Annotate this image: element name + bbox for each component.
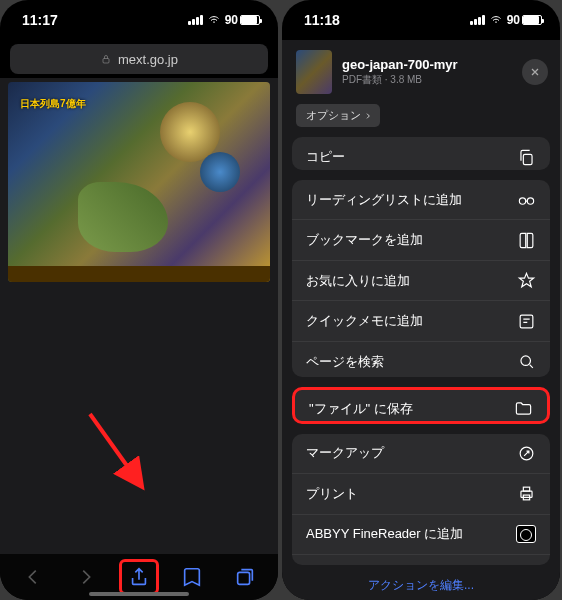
battery-percent: 90 bbox=[507, 13, 520, 27]
webpage-preview: 日本列島7億年 bbox=[8, 82, 270, 282]
action-find[interactable]: ページを検索 bbox=[292, 342, 550, 377]
battery-indicator: 90 bbox=[225, 13, 260, 27]
status-indicators: 90 bbox=[470, 13, 542, 27]
action-print[interactable]: プリント bbox=[292, 474, 550, 515]
cellular-icon bbox=[188, 15, 203, 25]
tabs-button[interactable] bbox=[225, 559, 265, 595]
forward-button[interactable] bbox=[66, 559, 106, 595]
action-favorite[interactable]: お気に入りに追加 bbox=[292, 261, 550, 302]
close-button[interactable] bbox=[522, 59, 548, 85]
svg-point-7 bbox=[521, 356, 531, 366]
action-copy[interactable]: コピー bbox=[292, 137, 550, 170]
action-abbyy[interactable]: ABBYY FineReader に追加 bbox=[292, 515, 550, 556]
back-button[interactable] bbox=[13, 559, 53, 595]
star-icon bbox=[517, 271, 536, 290]
search-icon bbox=[517, 352, 536, 371]
note-icon bbox=[517, 312, 536, 331]
action-save-to-files[interactable]: "ファイル" に保存 bbox=[295, 390, 547, 424]
folder-icon bbox=[514, 399, 533, 418]
action-markup[interactable]: マークアップ bbox=[292, 434, 550, 475]
action-label: クイックメモに追加 bbox=[306, 312, 423, 330]
left-phone-safari: 11:17 90 mext.go.jp 日本列島7億年 bbox=[0, 0, 278, 600]
right-phone-share-sheet: 11:18 90 geo-japan-700-myr PDF書類 · 3.8 M… bbox=[282, 0, 560, 600]
svg-rect-3 bbox=[523, 154, 532, 164]
markup-icon bbox=[517, 444, 536, 463]
close-icon bbox=[529, 66, 541, 78]
edit-actions-link[interactable]: アクションを編集... bbox=[282, 575, 560, 600]
document-title: geo-japan-700-myr bbox=[342, 57, 512, 72]
page-banner-text: 日本列島7億年 bbox=[20, 97, 86, 111]
address-bar[interactable]: mext.go.jp bbox=[10, 44, 268, 74]
document-subtitle: PDF書類 · 3.8 MB bbox=[342, 73, 512, 87]
action-label: マークアップ bbox=[306, 444, 384, 462]
action-bookmark[interactable]: ブックマークを追加 bbox=[292, 220, 550, 261]
glasses-icon bbox=[517, 190, 536, 209]
battery-percent: 90 bbox=[225, 13, 238, 27]
action-reading-list[interactable]: リーディングリストに追加 bbox=[292, 180, 550, 221]
action-label: ページを検索 bbox=[306, 353, 384, 371]
svg-rect-6 bbox=[520, 315, 533, 328]
share-button[interactable] bbox=[119, 559, 159, 595]
url-text: mext.go.jp bbox=[118, 52, 178, 67]
sheet-header: geo-japan-700-myr PDF書類 · 3.8 MB bbox=[282, 40, 560, 98]
status-indicators: 90 bbox=[188, 13, 260, 27]
action-label: ブックマークを追加 bbox=[306, 231, 423, 249]
document-thumbnail bbox=[296, 50, 332, 94]
options-button[interactable]: オプション bbox=[296, 104, 380, 127]
battery-indicator: 90 bbox=[507, 13, 542, 27]
wifi-icon bbox=[207, 14, 221, 26]
wifi-icon bbox=[489, 14, 503, 26]
action-dropbox[interactable]: Dropbox に保存 ⩚ bbox=[292, 555, 550, 565]
status-time: 11:18 bbox=[304, 12, 340, 28]
svg-rect-10 bbox=[521, 492, 532, 498]
share-sheet: geo-japan-700-myr PDF書類 · 3.8 MB オプション コ… bbox=[282, 40, 560, 600]
web-content[interactable]: 日本列島7億年 bbox=[0, 78, 278, 554]
svg-line-1 bbox=[90, 414, 140, 484]
action-label: ABBYY FineReader に追加 bbox=[306, 525, 463, 543]
cellular-icon bbox=[470, 15, 485, 25]
svg-point-4 bbox=[519, 198, 525, 204]
chevron-right-icon bbox=[364, 112, 372, 120]
action-quicknote[interactable]: クイックメモに追加 bbox=[292, 301, 550, 342]
lock-icon bbox=[100, 53, 112, 65]
printer-icon bbox=[517, 484, 536, 503]
bookmarks-button[interactable] bbox=[172, 559, 212, 595]
action-label: コピー bbox=[306, 148, 345, 166]
options-label: オプション bbox=[306, 108, 361, 123]
svg-point-5 bbox=[527, 198, 533, 204]
svg-rect-2 bbox=[238, 572, 250, 584]
status-bar: 11:18 90 bbox=[282, 0, 560, 40]
home-indicator[interactable] bbox=[89, 592, 189, 596]
action-label: リーディングリストに追加 bbox=[306, 191, 462, 209]
book-icon bbox=[517, 231, 536, 250]
annotation-arrow bbox=[80, 404, 160, 494]
status-time: 11:17 bbox=[22, 12, 58, 28]
status-bar: 11:17 90 bbox=[0, 0, 278, 40]
svg-rect-0 bbox=[103, 59, 109, 64]
abbyy-icon bbox=[516, 525, 536, 543]
svg-rect-11 bbox=[523, 488, 529, 492]
action-label: "ファイル" に保存 bbox=[309, 400, 413, 418]
action-label: お気に入りに追加 bbox=[306, 272, 410, 290]
copy-icon bbox=[517, 148, 536, 167]
action-label: プリント bbox=[306, 485, 358, 503]
